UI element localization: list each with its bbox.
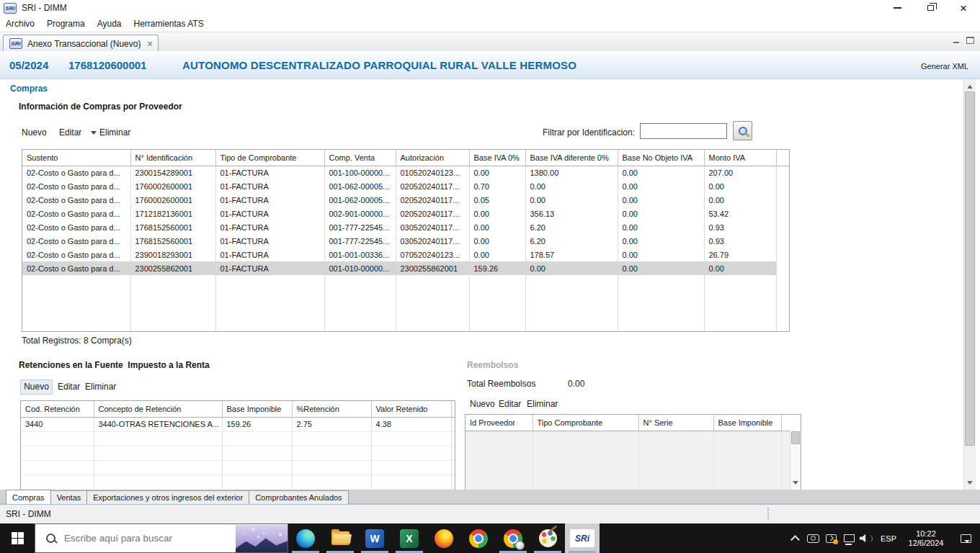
reembolsos-scrollbar-thumb[interactable] <box>791 431 800 444</box>
compras-col-header[interactable]: Base No Objeto IVA <box>618 150 704 166</box>
taskbar-app-firefox[interactable] <box>427 523 461 553</box>
compras-col-header[interactable]: Tipo de Comprobante <box>215 150 324 166</box>
reembolsos-eliminar-button[interactable]: Eliminar <box>527 397 558 411</box>
scroll-up-icon[interactable] <box>964 79 976 91</box>
compras-cell: 0.00 <box>525 179 618 193</box>
compras-row[interactable]: 02-Costo o Gasto para d...23002558620010… <box>22 261 790 275</box>
compras-row[interactable]: 02-Costo o Gasto para d...17600026000010… <box>22 179 790 193</box>
tab-close-icon[interactable] <box>147 39 152 49</box>
retenciones-col-header[interactable]: Base Imponible <box>222 401 292 417</box>
compras-row[interactable]: 02-Costo o Gasto para d...23900182930010… <box>22 248 790 261</box>
camera-icon[interactable] <box>804 534 822 543</box>
reembolsos-nuevo-button[interactable]: Nuevo <box>470 397 495 411</box>
compras-row[interactable]: 02-Costo o Gasto para d...17600026000010… <box>22 193 790 207</box>
section-label-compras: Compras <box>10 84 48 94</box>
reembolsos-col-header[interactable]: Id Proveedor <box>466 415 533 431</box>
compras-cell: 001-100-00000... <box>324 166 396 179</box>
window-close-button[interactable] <box>947 0 980 16</box>
compras-col-header[interactable]: Sustento <box>22 150 130 166</box>
reembolsos-col-header[interactable]: Tipo Comprobante <box>533 415 638 431</box>
menu-archivo[interactable]: Archivo <box>6 19 35 29</box>
taskbar-app-file-explorer[interactable] <box>323 523 357 553</box>
compras-row[interactable]: 02-Costo o Gasto para d...23001542890010… <box>22 166 790 179</box>
bottom-tab-bar: Compras Ventas Exportaciones y otros ing… <box>0 490 980 505</box>
notification-center-icon[interactable] <box>951 534 980 543</box>
retenciones-col-header[interactable]: Cod. Retención <box>21 401 94 417</box>
retenciones-col-header[interactable]: Concepto de Retención <box>94 401 222 417</box>
compras-cell: 0.00 <box>469 166 525 179</box>
menu-ayuda[interactable]: Ayuda <box>97 19 122 29</box>
tray-expand-icon[interactable] <box>785 534 804 543</box>
period-label: 05/2024 <box>9 59 48 71</box>
taskbar-search[interactable] <box>35 523 288 553</box>
retenciones-col-header[interactable]: %Retención <box>292 401 371 417</box>
compras-row[interactable]: 02-Costo o Gasto para d...17121821360010… <box>22 207 790 220</box>
search-highlight-image[interactable] <box>236 525 288 553</box>
start-button[interactable] <box>0 523 35 553</box>
compras-col-header[interactable]: Comp. Venta <box>324 150 396 166</box>
view-minimize-icon[interactable] <box>953 37 961 44</box>
menu-programa[interactable]: Programa <box>47 19 85 29</box>
taskbar-app-chrome[interactable] <box>461 523 496 553</box>
compras-cell: 0.00 <box>618 179 704 193</box>
content-scrollbar[interactable] <box>963 79 976 490</box>
reembolsos-col-header[interactable]: Base Imponible <box>713 415 781 431</box>
window-minimize-button[interactable] <box>881 0 914 16</box>
compras-cell: 030520240117... <box>396 234 469 248</box>
compras-cell: 030520240117... <box>396 220 469 234</box>
compras-editar-button[interactable]: Editar <box>59 125 81 140</box>
taskbar-search-input[interactable] <box>64 533 194 544</box>
retenciones-row[interactable]: 34403440-OTRAS RETENCIONES A...159.262.7… <box>21 417 455 431</box>
tray-time: 10:22 <box>916 529 936 538</box>
tab-ventas[interactable]: Ventas <box>51 490 88 504</box>
taskbar-app-paint[interactable] <box>530 523 565 553</box>
generar-xml-button[interactable]: Generar XML <box>921 62 968 71</box>
compras-col-header[interactable]: Base IVA 0% <box>469 150 525 166</box>
scrollbar-thumb[interactable] <box>965 91 975 446</box>
minimize-icon <box>894 7 901 9</box>
network-icon[interactable] <box>840 534 858 542</box>
screen-share-update-icon[interactable] <box>822 534 840 543</box>
menu-herramientas-ats[interactable]: Herramientas ATS <box>134 19 204 29</box>
volume-icon[interactable] <box>858 534 876 544</box>
retenciones-empty-row <box>21 431 455 446</box>
retenciones-nuevo-button[interactable]: Nuevo <box>20 379 53 395</box>
compras-row[interactable]: 02-Costo o Gasto para d...17681525600010… <box>22 220 790 234</box>
reembolsos-scroll-down-icon[interactable] <box>790 478 801 490</box>
compras-cell: 070520240123... <box>396 248 469 261</box>
taskbar-app-edge[interactable] <box>288 523 323 553</box>
taskbar-app-sri-dimm[interactable]: SRi <box>565 523 600 553</box>
compras-cell: 356.13 <box>525 207 618 220</box>
reembolsos-scrollbar[interactable] <box>790 431 801 490</box>
filter-search-button[interactable] <box>733 121 752 140</box>
view-maximize-icon[interactable] <box>966 37 974 44</box>
reembolsos-editar-button[interactable]: Editar <box>499 397 521 411</box>
compras-eliminar-button[interactable]: Eliminar <box>99 125 130 140</box>
retenciones-eliminar-button[interactable]: Eliminar <box>85 379 116 394</box>
compras-row[interactable]: 02-Costo o Gasto para d...17681525600010… <box>22 234 790 248</box>
compras-cell: 002-901-00000... <box>324 207 396 220</box>
compras-col-header[interactable]: Base IVA diferente 0% <box>525 150 618 166</box>
tab-anexo-transaccional[interactable]: SRi Anexo Transaccional (Nuevo) <box>3 35 159 52</box>
window-restore-button[interactable] <box>914 0 947 16</box>
editar-dropdown-caret-icon[interactable] <box>91 131 97 138</box>
taskbar-apps: WXSRi <box>288 523 600 553</box>
compras-col-header[interactable]: Autorización <box>396 150 469 166</box>
language-indicator[interactable]: ESP <box>876 534 901 543</box>
compras-col-header[interactable]: Monto IVA <box>704 150 776 166</box>
tab-exportaciones[interactable]: Exportaciones y otros ingresos del exter… <box>87 490 249 504</box>
taskbar-app-word[interactable]: W <box>357 523 392 553</box>
reembolsos-col-header[interactable]: N° Serie <box>638 415 713 431</box>
scroll-down-icon[interactable] <box>964 478 976 490</box>
compras-col-header[interactable]: N° Identificación <box>130 150 215 166</box>
compras-nuevo-button[interactable]: Nuevo <box>22 125 47 140</box>
compras-cell: 01-FACTURA <box>215 193 324 207</box>
taskbar-app-excel[interactable]: X <box>392 523 427 553</box>
retenciones-col-header[interactable]: Valor Retenido <box>371 401 451 417</box>
retenciones-editar-button[interactable]: Editar <box>58 379 80 394</box>
tab-compras[interactable]: Compras <box>6 490 51 504</box>
tab-comprobantes-anulados[interactable]: Comprobantes Anulados <box>249 490 348 504</box>
clock[interactable]: 10:22 12/6/2024 <box>901 529 951 548</box>
filter-identificacion-input[interactable] <box>640 123 727 139</box>
taskbar-app-chrome-profile[interactable] <box>496 523 530 553</box>
